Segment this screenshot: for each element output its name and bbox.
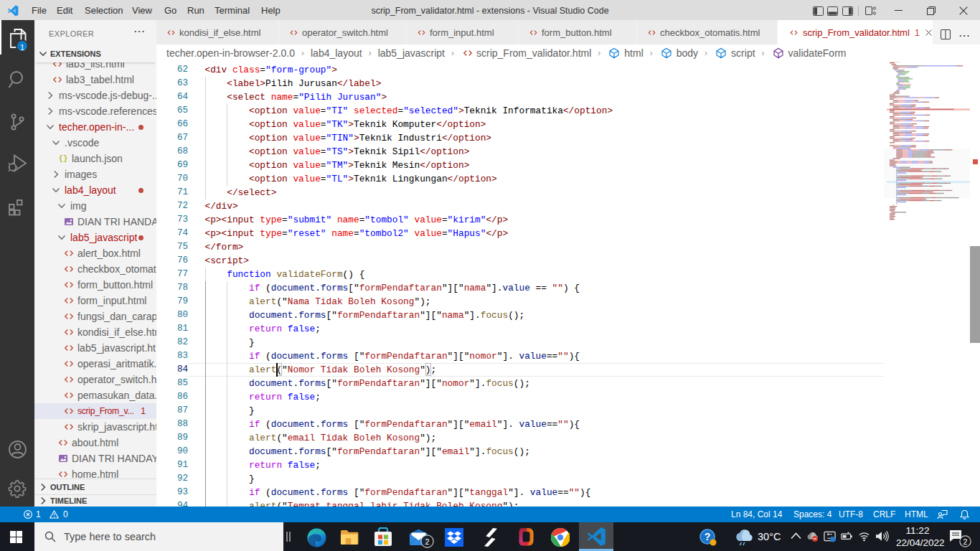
svg-text:2: 2	[963, 537, 968, 546]
svg-text:?: ?	[705, 531, 711, 542]
svg-text:2: 2	[425, 537, 429, 546]
